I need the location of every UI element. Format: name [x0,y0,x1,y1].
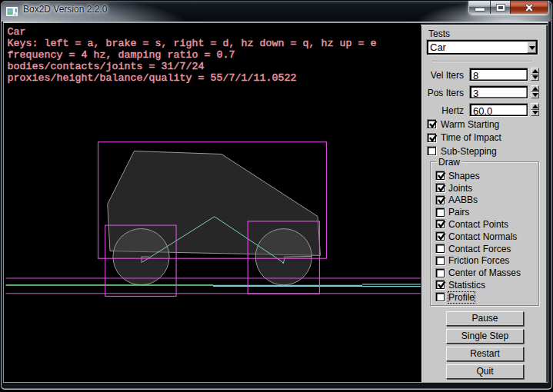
svg-text:Keys: left = a, brake = s, rig: Keys: left = a, brake = s, right = d, hz… [8,38,377,49]
svg-text:bodies/contacts/joints = 31/7/: bodies/contacts/joints = 31/7/24 [8,61,205,72]
svg-text:proxies/height/balance/quality: proxies/height/balance/quality = 55/7/1/… [8,72,297,84]
svg-text:Car: Car [8,26,26,38]
svg-text:frequency = 4 hz, damping rati: frequency = 4 hz, damping ratio = 0.7 [8,49,235,61]
